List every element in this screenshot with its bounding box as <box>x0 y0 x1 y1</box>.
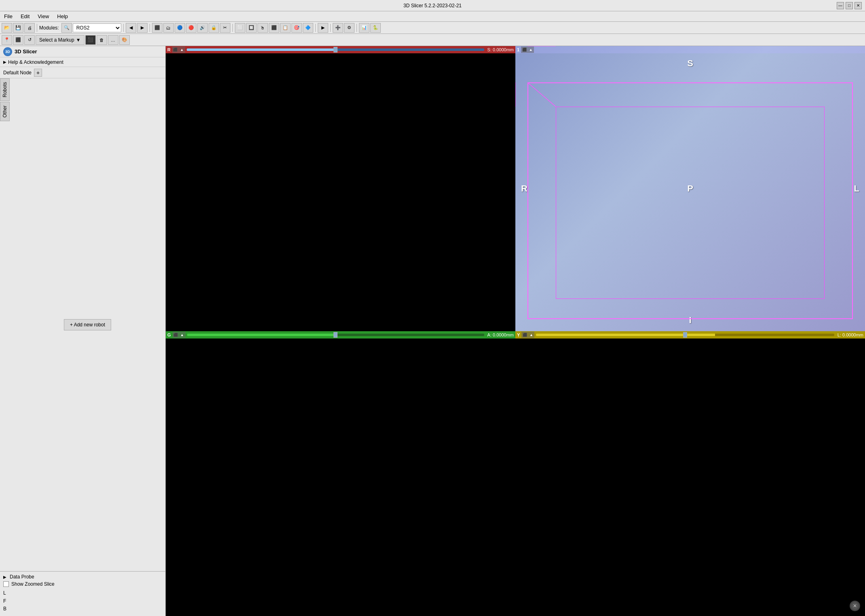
menu-file[interactable]: File <box>2 13 15 20</box>
vp-red-slider[interactable] <box>187 48 484 51</box>
menu-help[interactable]: Help <box>55 13 70 20</box>
coord-b: B <box>3 605 162 613</box>
help-expand-icon: ▶ <box>3 60 6 64</box>
tb-btn-18[interactable]: 📊 <box>359 23 369 33</box>
close-icon: ✕ <box>853 603 857 609</box>
vp-3d-header: 1 ⬛ ▲ <box>515 46 865 53</box>
markup-btn-1[interactable]: 📍 <box>2 35 12 45</box>
menu-view[interactable]: View <box>35 13 51 20</box>
tb-btn-17[interactable]: ⚙ <box>344 23 354 33</box>
close-button[interactable]: ✕ <box>854 2 862 9</box>
tb-btn-7[interactable]: ✂ <box>220 23 230 33</box>
title-bar-controls: — □ ✕ <box>837 2 862 9</box>
tb-btn-8[interactable]: ⬜ <box>235 23 245 33</box>
tb-btn-10[interactable]: 🖱 <box>257 23 268 33</box>
sep6 <box>330 24 331 32</box>
open-btn[interactable]: 📂 <box>2 23 12 33</box>
vp-green-pin-btn[interactable]: ⬛ <box>173 332 179 338</box>
add-node-button[interactable]: + <box>34 69 42 77</box>
viewports: R ⬛ ▲ S: 0.0000mm 1 ⬛ ▲ S I R L P <box>166 46 865 616</box>
help-section[interactable]: ▶ Help & Acknowledgement <box>0 57 165 67</box>
robots-tab[interactable]: Robots <box>0 78 10 101</box>
vp-yellow-slider[interactable] <box>536 334 834 336</box>
vp-red-pin-btn[interactable]: ⬛ <box>172 46 179 53</box>
search-modules-btn[interactable]: 🔍 <box>61 23 72 33</box>
modules-label: Modules: <box>39 25 59 31</box>
vp-3d-pin-btn[interactable]: ⬛ <box>521 46 527 53</box>
markup-toolbar: 📍 ⬛ ↺ Select a Markup ▼ ⬛ 🗑 … 🎨 <box>0 34 865 46</box>
data-probe-section: ▶ Data Probe Show Zoomed Slice L F B <box>0 571 165 616</box>
slicer-header: 3D 3D Slicer <box>0 46 165 57</box>
vp-green-eye-btn[interactable]: ▲ <box>179 332 186 338</box>
vp-3d-eye-btn[interactable]: ▲ <box>527 46 534 53</box>
show-zoomed-checkbox[interactable] <box>3 581 9 587</box>
help-label: Help & Acknowledgement <box>8 59 63 65</box>
tb-btn-11[interactable]: ⬛ <box>269 23 279 33</box>
data-probe-label: Data Probe <box>10 574 34 580</box>
tb-btn-2[interactable]: 🗂 <box>163 23 174 33</box>
vp-green-header: G ⬛ ▲ A: 0.0000mm <box>166 331 515 338</box>
viewport-yellow[interactable]: Y ⬛ ▲ L: 0.0000mm <box>515 331 865 616</box>
tb-btn-5[interactable]: 🔊 <box>197 23 208 33</box>
vp-yellow-header: Y ⬛ ▲ L: 0.0000mm <box>515 331 865 338</box>
select-markup-label: Select a Markup <box>39 37 74 43</box>
coord-l: L <box>3 589 162 597</box>
viewport-3d[interactable]: 1 ⬛ ▲ S I R L P <box>515 46 865 331</box>
orient-left: R <box>521 183 527 194</box>
sep2 <box>123 24 124 32</box>
sep1 <box>37 24 37 32</box>
orient-right: L <box>854 183 859 194</box>
markup-btn-3[interactable]: ↺ <box>24 35 35 45</box>
prev-module-btn[interactable]: ◀ <box>126 23 136 33</box>
vp-red-label: R <box>166 47 172 52</box>
module-select[interactable]: ROS2 <box>73 23 121 32</box>
left-panel: 3D 3D Slicer ▶ Help & Acknowledgement De… <box>0 46 166 616</box>
coord-labels: L F B <box>3 588 162 614</box>
default-node-row: Default Node + <box>0 67 165 78</box>
3d-inner-box <box>556 107 825 299</box>
tb-btn-9[interactable]: 🔲 <box>246 23 257 33</box>
select-markup-btn[interactable]: Select a Markup ▼ <box>36 35 84 45</box>
vp-yellow-eye-btn[interactable]: ▲ <box>528 332 534 338</box>
menu-edit[interactable]: Edit <box>18 13 32 20</box>
data-probe-header[interactable]: ▶ Data Probe <box>3 573 162 580</box>
save-btn[interactable]: 💾 <box>13 23 23 33</box>
tb-btn-12[interactable]: 📋 <box>280 23 291 33</box>
next-module-btn[interactable]: ▶ <box>137 23 148 33</box>
markup-btn-2[interactable]: ⬛ <box>13 35 23 45</box>
tb-btn-1[interactable]: ⬛ <box>152 23 162 33</box>
print-btn[interactable]: 🖨 <box>24 23 35 33</box>
default-node-label: Default Node <box>3 70 32 76</box>
tb-btn-13[interactable]: 🎯 <box>291 23 302 33</box>
bottom-status-icon[interactable]: ✕ <box>850 601 860 611</box>
vp-yellow-info: L: 0.0000mm <box>836 332 865 337</box>
vp-yellow-pin-btn[interactable]: ⬛ <box>521 332 528 338</box>
vp-yellow-label: Y <box>515 332 521 337</box>
tb-btn-14[interactable]: 🔷 <box>303 23 313 33</box>
window-title: 3D Slicer 5.2.2-2023-02-21 <box>403 3 462 8</box>
tb-btn-4[interactable]: 🔴 <box>186 23 196 33</box>
markup-color-btn[interactable]: ⬛ <box>85 35 96 45</box>
tb-btn-15[interactable]: ▶ <box>318 23 328 33</box>
main-toolbar: 📂 💾 🖨 Modules: 🔍 ROS2 ◀ ▶ ⬛ 🗂 🔵 🔴 🔊 🔒 ✂ … <box>0 22 865 34</box>
tb-btn-16[interactable]: ➕ <box>333 23 343 33</box>
markup-paint-btn[interactable]: 🎨 <box>119 35 130 45</box>
sep3 <box>150 24 150 32</box>
viewport-green[interactable]: G ⬛ ▲ A: 0.0000mm <box>166 331 515 616</box>
tb-btn-3[interactable]: 🔵 <box>175 23 185 33</box>
minimize-button[interactable]: — <box>837 2 844 9</box>
vp-red-eye-btn[interactable]: ▲ <box>179 46 185 53</box>
viewport-red[interactable]: R ⬛ ▲ S: 0.0000mm <box>166 46 515 331</box>
maximize-button[interactable]: □ <box>846 2 853 9</box>
other-tab[interactable]: Other <box>0 102 10 121</box>
markup-more-btn[interactable]: … <box>108 35 118 45</box>
tb-btn-6[interactable]: 🔒 <box>209 23 219 33</box>
vp-green-info: A: 0.0000mm <box>486 332 515 337</box>
title-bar: 3D Slicer 5.2.2-2023-02-21 — □ ✕ <box>0 0 865 11</box>
markup-delete-btn[interactable]: 🗑 <box>97 35 107 45</box>
vp-red-info: S: 0.0000mm <box>486 47 515 52</box>
vp-green-slider[interactable] <box>187 334 484 336</box>
add-robot-button[interactable]: + Add new robot <box>64 319 111 330</box>
sep4 <box>232 24 233 32</box>
tb-btn-19[interactable]: 🐍 <box>370 23 381 33</box>
